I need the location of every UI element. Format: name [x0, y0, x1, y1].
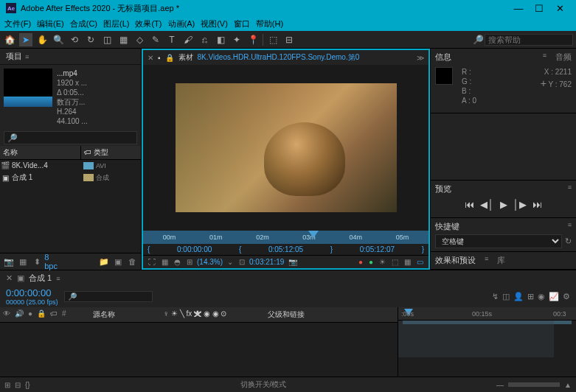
viewer-time-ruler[interactable]: 00m 01m 02m 03m 04m 05m	[143, 231, 428, 244]
library-tab[interactable]: 库	[497, 255, 505, 266]
speaker-icon[interactable]: 🔊	[15, 309, 24, 320]
pen-tool[interactable]: ✎	[149, 33, 162, 46]
close-button[interactable]: ✕	[549, 3, 570, 14]
menu-layer[interactable]: 图层(L)	[103, 18, 129, 29]
motion-blur-icon[interactable]: ◉	[538, 292, 545, 301]
red-channel-icon[interactable]: ●	[357, 258, 364, 266]
minimize-button[interactable]: ―	[508, 3, 529, 14]
list-item[interactable]: 🎬 8K.Vide...4 AVI	[0, 160, 141, 171]
grid-icon[interactable]: ▦	[160, 258, 170, 266]
resolution-icon[interactable]: ⊡	[237, 258, 246, 266]
comp-mini-flow-icon[interactable]: ↯	[492, 292, 499, 301]
menu-edit[interactable]: 编辑(E)	[37, 18, 64, 29]
rotate-tool[interactable]: ↻	[84, 33, 97, 46]
interpret-footage-icon[interactable]: 📷	[3, 256, 15, 267]
zoom-percent[interactable]: (14.3%)	[197, 258, 223, 266]
help-search-input[interactable]	[485, 34, 573, 46]
maximize-button[interactable]: ☐	[529, 3, 549, 14]
region-icon[interactable]: ⬚	[390, 258, 400, 266]
flow-icon[interactable]: ⬍	[31, 256, 43, 267]
menu-composition[interactable]: 合成(C)	[70, 18, 97, 29]
play-button[interactable]: ▶	[500, 199, 507, 210]
hotkey-tab[interactable]: 快捷键	[435, 221, 459, 232]
panel-menu-icon[interactable]: ≡	[25, 53, 29, 60]
toggle-switches-icon[interactable]: ⊞	[4, 381, 10, 389]
menu-window[interactable]: 窗口	[234, 18, 250, 29]
zoom-tool[interactable]: 🔍	[52, 33, 65, 46]
orbit-tool[interactable]: ⟲	[68, 33, 81, 46]
timeline-ruler[interactable]: :00s 00:15s 00:3	[398, 307, 576, 321]
exposure-icon[interactable]: ☀	[378, 258, 387, 266]
next-frame-button[interactable]: │▶	[513, 199, 527, 210]
eye-icon[interactable]: 👁	[3, 309, 10, 320]
project-tab[interactable]: 项目	[6, 51, 22, 62]
timeline-search-input[interactable]	[64, 291, 153, 302]
new-comp-icon[interactable]: ▣	[112, 256, 124, 267]
close-tab-icon[interactable]: ✕	[148, 54, 153, 62]
eraser-tool[interactable]: ◧	[214, 33, 227, 46]
text-tool[interactable]: T	[165, 33, 178, 46]
frame-blend-icon[interactable]: ⊞	[527, 292, 534, 301]
magnify-icon[interactable]: ⛶	[147, 258, 157, 266]
list-item[interactable]: ▣ 合成 1 合成	[0, 171, 141, 184]
home-icon[interactable]: 🏠	[3, 33, 16, 46]
brush-tool[interactable]: 🖌	[181, 33, 195, 46]
viewer-toggle-icon[interactable]: ▪	[158, 54, 161, 62]
loop-icon[interactable]: ↻	[565, 237, 572, 246]
menu-view[interactable]: 视图(V)	[201, 18, 228, 29]
col-name[interactable]: 名称	[0, 146, 81, 159]
graph-editor-icon[interactable]: 📈	[549, 292, 559, 301]
zoom-out-icon[interactable]: —	[496, 381, 504, 389]
effects-tab[interactable]: 效果和预设	[435, 255, 476, 266]
clone-tool[interactable]: ⎌	[198, 33, 211, 46]
snapshot-icon[interactable]: 📷	[287, 258, 299, 266]
zoom-in-icon[interactable]: ▲	[564, 381, 572, 389]
mask-icon[interactable]: ◓	[173, 258, 182, 266]
first-frame-button[interactable]: ⏮	[465, 199, 474, 210]
panel-menu-icon[interactable]: ≡	[56, 275, 60, 282]
menu-effect[interactable]: 效果(T)	[135, 18, 162, 29]
solo-icon[interactable]: ●	[28, 309, 32, 320]
active-camera-icon[interactable]: ▭	[415, 258, 425, 266]
trash-icon[interactable]: 🗑	[126, 256, 138, 267]
new-folder-icon[interactable]: 📁	[98, 256, 110, 267]
channels-icon[interactable]: ⊞	[185, 258, 194, 266]
time-current[interactable]: 0:05:12:05	[247, 245, 325, 253]
playhead-icon[interactable]	[308, 231, 319, 244]
pan-behind-tool[interactable]: ▦	[117, 33, 130, 46]
col-parent[interactable]: 父级和链接	[268, 309, 305, 320]
current-timecode[interactable]: 0:03:21:19	[249, 258, 284, 266]
shy-icon[interactable]: 👤	[513, 292, 524, 301]
col-type[interactable]: 🏷 类型	[81, 146, 141, 159]
audio-tab[interactable]: 音频	[555, 52, 572, 63]
color-label[interactable]	[83, 162, 94, 169]
footage-thumbnail[interactable]	[4, 69, 52, 107]
hotkey-select[interactable]: 空格键	[435, 234, 562, 248]
menu-file[interactable]: 文件(F)	[4, 18, 31, 29]
menu-help[interactable]: 帮助(H)	[256, 18, 283, 29]
info-tab[interactable]: 信息	[435, 52, 451, 63]
comp-name[interactable]: 合成 1	[29, 273, 52, 284]
time-start[interactable]: 0:00:00:00	[156, 245, 233, 253]
preview-tab[interactable]: 预览	[435, 183, 451, 195]
color-label[interactable]	[83, 174, 94, 181]
time-end[interactable]: 0:05:12:07	[339, 245, 416, 253]
bpc-label[interactable]: 8 bpc	[45, 256, 57, 267]
camera-tool[interactable]: ◫	[100, 33, 114, 46]
transparency-icon[interactable]: ▦	[403, 258, 412, 266]
draft3d-icon[interactable]: ◫	[502, 292, 510, 301]
bin-settings-icon[interactable]: ▦	[17, 256, 29, 267]
roto-tool[interactable]: ✦	[230, 33, 243, 46]
snap-icon[interactable]: ⬚	[266, 33, 280, 46]
last-frame-button[interactable]: ⏭	[532, 199, 542, 210]
timeline-timecode[interactable]: 0:00:00:00	[6, 287, 58, 298]
toggle-switches-label[interactable]: 切换开关/模式	[240, 379, 287, 390]
viewer-canvas[interactable]	[143, 65, 428, 231]
close-comp-tab-icon[interactable]: ✕	[6, 273, 13, 283]
zoom-slider[interactable]	[508, 382, 560, 387]
col-source-name[interactable]: 源名称	[93, 309, 115, 320]
menu-animation[interactable]: 动画(A)	[168, 18, 195, 29]
project-search-input[interactable]	[4, 131, 137, 144]
toggle-modes-icon[interactable]: ⊟	[15, 381, 21, 389]
selection-tool[interactable]: ➤	[19, 33, 32, 46]
